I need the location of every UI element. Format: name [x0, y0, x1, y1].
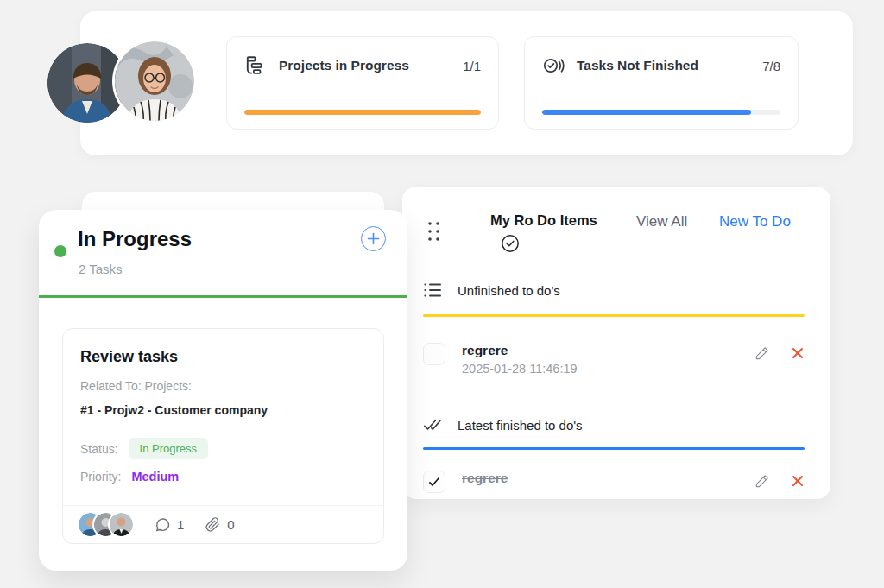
- avatar-woman: [115, 41, 194, 121]
- stat-card-tasks: Tasks Not Finished 7/8: [524, 36, 799, 130]
- column-title: In Progress: [78, 227, 192, 251]
- view-all-link[interactable]: View All: [636, 213, 687, 231]
- column-task-count: 2 Tasks: [79, 262, 123, 276]
- status-badge: In Progress: [129, 438, 208, 459]
- check-circle-icon: [501, 234, 520, 253]
- comments-counter[interactable]: 1: [154, 516, 184, 534]
- todo-checkbox-unchecked[interactable]: [423, 343, 445, 365]
- list-icon: [423, 281, 442, 300]
- progress-bar-projects: [244, 110, 481, 115]
- x-icon[interactable]: [791, 474, 805, 488]
- todo-item-title-finished: regrere: [462, 471, 508, 486]
- plus-icon: [367, 232, 380, 245]
- finished-underline: [423, 447, 805, 450]
- task-card[interactable]: Review tasks Related To: Projects: #1 - …: [62, 328, 384, 544]
- drag-handle-icon[interactable]: [426, 220, 444, 243]
- comment-bubble-icon: [154, 516, 171, 534]
- new-todo-link[interactable]: New To Do: [719, 213, 791, 231]
- add-task-button[interactable]: [361, 226, 386, 251]
- unfinished-underline: [423, 314, 805, 317]
- progress-bar-tasks: [542, 110, 780, 115]
- assignee-avatars: [79, 513, 133, 536]
- stat-value: 1/1: [463, 59, 481, 73]
- column-underline: [39, 295, 407, 298]
- priority-value: Medium: [131, 470, 179, 484]
- todo-panel-title: My Ro Do Items: [490, 212, 597, 229]
- finished-section-header: Latest finished to do's: [423, 415, 583, 434]
- todo-item-title: regrere: [462, 343, 578, 358]
- gantt-chart-icon: [244, 54, 267, 77]
- assignee-avatar: [110, 513, 133, 536]
- task-footer: 1 0: [63, 505, 383, 543]
- todo-row-unfinished: regrere 2025-01-28 11:46:19: [423, 343, 805, 376]
- todo-panel: My Ro Do Items View All New To Do Unfini…: [402, 187, 830, 499]
- paperclip-icon: [205, 516, 221, 533]
- task-related-value: #1 - Projw2 - Customer company: [80, 403, 268, 417]
- todo-row-finished: regrere: [423, 471, 805, 493]
- status-dot: [54, 245, 66, 257]
- stat-label: Tasks Not Finished: [577, 58, 698, 73]
- kanban-column-in-progress: In Progress 2 Tasks Review tasks Related…: [39, 210, 407, 571]
- unfinished-section-header: Unfinished to do's: [423, 281, 560, 300]
- todo-checkbox-checked[interactable]: [423, 471, 445, 493]
- status-label: Status:: [80, 442, 118, 456]
- stat-card-projects: Projects in Progress 1/1: [226, 36, 499, 130]
- task-related-label: Related To: Projects:: [80, 379, 192, 393]
- top-summary-panel: Projects in Progress 1/1 Tasks Not Finis…: [80, 11, 853, 155]
- double-check-icon: [423, 415, 442, 434]
- todo-item-timestamp: 2025-01-28 11:46:19: [462, 362, 578, 376]
- check-circle-waves-icon: [542, 54, 565, 77]
- pencil-icon[interactable]: [755, 345, 770, 361]
- x-icon[interactable]: [791, 346, 805, 360]
- stat-value: 7/8: [762, 59, 780, 73]
- attachments-counter[interactable]: 0: [205, 516, 234, 533]
- priority-label: Priority:: [80, 470, 121, 484]
- attachments-count: 0: [227, 517, 234, 532]
- unfinished-section-title: Unfinished to do's: [458, 283, 560, 298]
- team-avatars: [47, 41, 194, 124]
- todo-header: My Ro Do Items View All New To Do: [402, 212, 830, 268]
- stat-label: Projects in Progress: [279, 58, 409, 73]
- comments-count: 1: [177, 517, 184, 532]
- task-title: Review tasks: [80, 348, 178, 366]
- pencil-icon[interactable]: [755, 473, 770, 489]
- finished-section-title: Latest finished to do's: [458, 418, 583, 433]
